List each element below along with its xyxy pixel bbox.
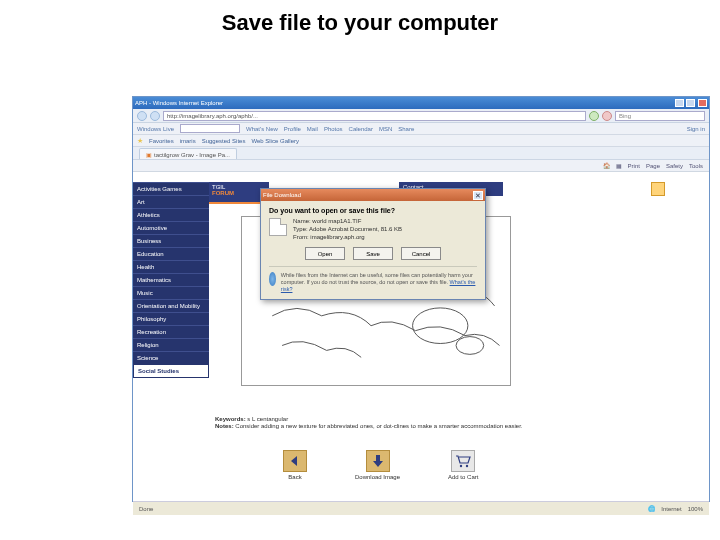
dialog-titlebar: File Download ✕	[261, 189, 485, 201]
address-url: http://imagelibrary.aph.org/aphb/...	[167, 113, 258, 119]
cmd-safety[interactable]: Safety	[666, 163, 683, 169]
save-button[interactable]: Save	[353, 247, 393, 260]
cmd-home[interactable]: 🏠	[603, 162, 610, 169]
cmd-tools[interactable]: Tools	[689, 163, 703, 169]
sidebar-item[interactable]: Art	[133, 195, 209, 208]
sidebar-item[interactable]: Business	[133, 234, 209, 247]
file-name-label: Name:	[293, 218, 311, 224]
address-bar[interactable]: http://imagelibrary.aph.org/aphb/...	[163, 111, 586, 121]
warning-text: While files from the Internet can be use…	[281, 272, 473, 285]
browser-tab-active[interactable]: ▣ tactilgrow Grav - Image Pa...	[139, 148, 237, 159]
live-calendar[interactable]: Calendar	[349, 126, 373, 132]
download-arrow-icon	[366, 450, 390, 472]
sidebar-item[interactable]: Athletics	[133, 208, 209, 221]
tab-strip: ▣ tactilgrow Grav - Image Pa...	[133, 147, 709, 160]
globe-icon: 🌐	[648, 505, 655, 512]
dialog-buttons: Open Save Cancel	[269, 247, 477, 260]
sidebar-item[interactable]: Education	[133, 247, 209, 260]
tab-favicon-icon: ▣	[146, 151, 152, 158]
status-bar: Done 🌐 Internet 100%	[133, 501, 709, 515]
command-bar: 🏠 ▦ Print Page Safety Tools	[133, 160, 709, 172]
back-label: Back	[288, 474, 301, 480]
shield-icon	[269, 272, 276, 286]
favbar-link-1[interactable]: imaris	[180, 138, 196, 144]
bottom-actions: Back Download Image Add to Cart	[283, 450, 478, 480]
live-msn[interactable]: MSN	[379, 126, 392, 132]
nav-toolbar: http://imagelibrary.aph.org/aphb/... Bin…	[133, 109, 709, 123]
file-type-icon	[269, 218, 287, 236]
back-nav-button[interactable]	[137, 111, 147, 121]
close-button[interactable]	[698, 99, 707, 107]
live-photos[interactable]: Photos	[324, 126, 343, 132]
window-titlebar: APH - Windows Internet Explorer	[133, 97, 709, 109]
live-label: Windows Live	[137, 126, 174, 132]
cancel-button[interactable]: Cancel	[401, 247, 441, 260]
notes-label: Notes:	[215, 423, 234, 429]
file-name-value: world map1A1.TIF	[312, 218, 361, 224]
dialog-body: Do you want to open or save this file? N…	[261, 201, 485, 299]
notes-value: Consider adding a new texture for abbrev…	[235, 423, 522, 429]
status-done: Done	[139, 506, 153, 512]
open-button[interactable]: Open	[305, 247, 345, 260]
cmd-page[interactable]: Page	[646, 163, 660, 169]
stop-button[interactable]	[602, 111, 612, 121]
favorites-star-icon[interactable]: ★	[137, 137, 143, 145]
live-search-field[interactable]	[180, 124, 240, 133]
favbar-link-3[interactable]: Web Slice Gallery	[251, 138, 299, 144]
file-type-value: Adobe Acrobat Document, 81.6 KB	[309, 226, 402, 232]
dialog-close-button[interactable]: ✕	[473, 191, 483, 200]
sidebar-item-active[interactable]: Social Studies	[133, 364, 209, 378]
slide-title: Save file to your computer	[0, 0, 720, 42]
minimize-button[interactable]	[675, 99, 684, 107]
image-metadata: Keywords: s L centangular Notes: Conside…	[215, 416, 699, 430]
favorites-label[interactable]: Favorites	[149, 138, 174, 144]
window-title: APH - Windows Internet Explorer	[135, 100, 223, 106]
refresh-button[interactable]	[589, 111, 599, 121]
cart-action[interactable]: Add to Cart	[448, 450, 478, 480]
dialog-title: File Download	[263, 192, 301, 198]
tab-title: tactilgrow Grav - Image Pa...	[154, 152, 230, 158]
sidebar-item[interactable]: Activities Games	[133, 182, 209, 195]
dialog-warning: While files from the Internet can be use…	[269, 266, 477, 293]
file-type-label: Type:	[293, 226, 308, 232]
sidebar-item[interactable]: Music	[133, 286, 209, 299]
svg-point-0	[413, 308, 468, 344]
sidebar-item[interactable]: Recreation	[133, 325, 209, 338]
back-action[interactable]: Back	[283, 450, 307, 480]
back-arrow-icon	[283, 450, 307, 472]
file-download-dialog: File Download ✕ Do you want to open or s…	[260, 188, 486, 300]
download-action[interactable]: Download Image	[355, 450, 400, 480]
sidebar-item[interactable]: Health	[133, 260, 209, 273]
sidebar-item[interactable]: Science	[133, 351, 209, 364]
search-box[interactable]: Bing	[615, 111, 705, 121]
category-sidebar: Activities Games Art Athletics Automotiv…	[133, 182, 209, 378]
cmd-feeds[interactable]: ▦	[616, 162, 622, 169]
svg-point-1	[456, 337, 484, 355]
maximize-button[interactable]	[686, 99, 695, 107]
sidebar-item[interactable]: Mathematics	[133, 273, 209, 286]
sidebar-item[interactable]: Philosophy	[133, 312, 209, 325]
logo-line2: FORUM	[212, 190, 266, 196]
live-profile[interactable]: Profile	[284, 126, 301, 132]
sidebar-item[interactable]: Orientation and Mobility	[133, 299, 209, 312]
live-mail[interactable]: Mail	[307, 126, 318, 132]
zoom-level[interactable]: 100%	[688, 506, 703, 512]
security-zone: Internet	[661, 506, 681, 512]
signin-link[interactable]: Sign in	[687, 126, 705, 132]
cart-icon	[451, 450, 475, 472]
cart-label: Add to Cart	[448, 474, 478, 480]
favorites-bar: ★ Favorites imaris Suggested Sites Web S…	[133, 135, 709, 147]
sidebar-item[interactable]: Automotive	[133, 221, 209, 234]
forward-nav-button[interactable]	[150, 111, 160, 121]
file-from-label: From:	[293, 234, 309, 240]
sidebar-item[interactable]: Religion	[133, 338, 209, 351]
live-share[interactable]: Share	[398, 126, 414, 132]
file-info: Name: world map1A1.TIF Type: Adobe Acrob…	[293, 218, 402, 241]
search-placeholder: Bing	[619, 113, 631, 119]
favbar-link-2[interactable]: Suggested Sites	[202, 138, 246, 144]
banner-widget[interactable]	[651, 182, 665, 196]
download-label: Download Image	[355, 474, 400, 480]
dialog-question: Do you want to open or save this file?	[269, 207, 477, 214]
live-whatshot[interactable]: What's New	[246, 126, 278, 132]
cmd-print[interactable]: Print	[628, 163, 640, 169]
